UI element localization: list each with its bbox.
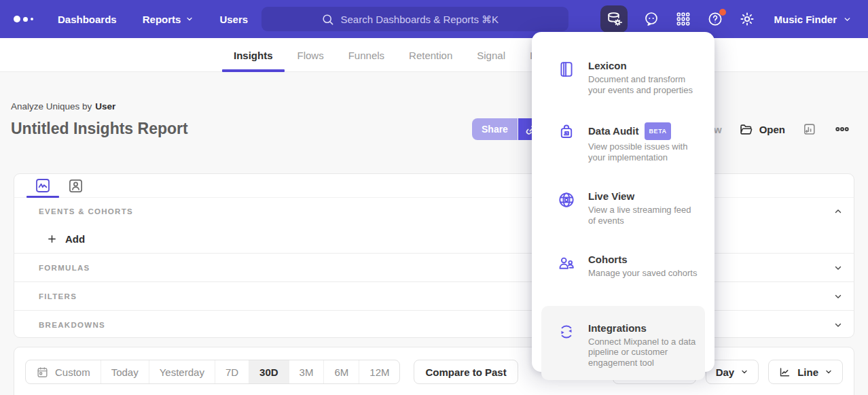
logo-dot — [31, 18, 33, 20]
menu-item-title: Integrations — [588, 322, 698, 335]
menu-item-text: Live View View a live streaming feed of … — [588, 190, 700, 226]
chevron-down-icon[interactable] — [833, 320, 843, 330]
section-header-events[interactable]: EVENTS & COHORTS — [14, 198, 854, 225]
range-3m[interactable]: 3M — [289, 360, 324, 383]
ellipsis-icon — [834, 121, 850, 137]
analyze-prefix: Analyze Uniques by — [11, 101, 92, 111]
add-event-button[interactable]: Add — [14, 225, 854, 253]
date-range-group: Custom Today Yesterday 7D 30D 3M 6M 12M — [25, 360, 400, 384]
tab-users-mode[interactable] — [59, 174, 92, 197]
query-builder-card: EVENTS & COHORTS Add FORMULAS FILTERS — [14, 173, 854, 338]
open-report-button[interactable]: Open — [739, 122, 785, 137]
nav-item-dashboards[interactable]: Dashboards — [58, 14, 117, 25]
chevron-down-icon[interactable] — [833, 292, 843, 301]
report-toolbar: New Open — [701, 118, 850, 140]
nav-item-label: Reports — [143, 14, 181, 25]
menu-item-text: Data AuditBETA View possible issues with… — [588, 122, 700, 162]
logo-dot — [23, 17, 28, 22]
section-label: FORMULAS — [39, 264, 90, 272]
tab-events-mode[interactable] — [26, 174, 59, 197]
range-label: Today — [111, 366, 139, 378]
section-header-breakdowns[interactable]: BREAKDOWNS — [14, 311, 854, 339]
tab-retention[interactable]: Retention — [409, 38, 452, 72]
section-label: BREAKDOWNS — [39, 321, 105, 329]
range-yesterday[interactable]: Yesterday — [149, 360, 215, 383]
apps-grid-button[interactable] — [675, 11, 691, 27]
chevron-down-icon — [740, 368, 748, 376]
tab-funnels[interactable]: Funnels — [348, 38, 384, 72]
line-chart-icon — [778, 366, 791, 379]
project-switcher[interactable]: Music Finder — [774, 14, 852, 25]
nav-item-users[interactable]: Users — [219, 14, 248, 25]
report-type-tabbar: Insights Flows Funnels Retention Signal … — [0, 38, 868, 72]
chart-type-dropdown[interactable]: Line — [768, 360, 843, 384]
notification-dot — [719, 9, 726, 16]
menu-item-text: Integrations Connect Mixpanel to a data … — [588, 322, 698, 368]
share-button[interactable]: Share — [472, 118, 518, 140]
section-filters: FILTERS — [14, 281, 854, 310]
more-options-button[interactable] — [834, 121, 850, 137]
calendar-icon — [36, 366, 49, 379]
integrations-sync-icon — [557, 322, 576, 341]
chart-type-label: Line — [797, 366, 818, 378]
chart-controls-card: Custom Today Yesterday 7D 30D 3M 6M 12M … — [14, 347, 854, 395]
range-label: Yesterday — [160, 366, 204, 378]
menu-item-title: Live View — [588, 190, 700, 203]
data-management-menu: Lexicon Document and transform your even… — [532, 32, 715, 372]
menu-item-lexicon[interactable]: Lexicon Document and transform your even… — [557, 59, 700, 95]
add-to-board-button[interactable] — [802, 122, 817, 137]
folder-icon — [739, 122, 753, 137]
range-7d[interactable]: 7D — [215, 360, 249, 383]
range-6m[interactable]: 6M — [323, 360, 359, 383]
data-management-button[interactable] — [600, 5, 628, 33]
range-label: 6M — [334, 366, 348, 378]
menu-item-live-view[interactable]: Live View View a live streaming feed of … — [557, 190, 700, 226]
settings-button[interactable] — [739, 11, 755, 27]
chevron-down-icon[interactable] — [833, 263, 843, 273]
search-icon — [321, 13, 334, 26]
analyze-entity-selector[interactable]: User — [95, 101, 115, 111]
global-search[interactable] — [261, 7, 568, 31]
plus-icon — [47, 234, 57, 244]
range-today[interactable]: Today — [101, 360, 149, 383]
compare-to-past-button[interactable]: Compare to Past — [414, 360, 518, 384]
section-label: FILTERS — [39, 292, 77, 300]
range-label: Custom — [55, 366, 90, 378]
board-plus-icon — [802, 122, 817, 137]
builder-mode-tabs — [14, 174, 854, 198]
chevron-down-icon — [825, 368, 833, 376]
range-label: 3M — [300, 366, 314, 378]
person-tab-icon — [68, 178, 84, 194]
feedback-icon — [643, 11, 659, 27]
menu-item-integrations[interactable]: Integrations Connect Mixpanel to a data … — [541, 306, 705, 381]
range-label: 12M — [369, 366, 389, 378]
page-title[interactable]: Untitled Insights Report — [11, 120, 188, 138]
mixpanel-logo[interactable] — [14, 16, 33, 22]
chevron-down-icon — [843, 15, 852, 24]
menu-item-cohorts[interactable]: Cohorts Manage your saved cohorts — [557, 253, 700, 279]
nav-item-label: Dashboards — [58, 14, 117, 25]
apps-grid-icon — [675, 11, 691, 27]
range-custom[interactable]: Custom — [26, 360, 101, 383]
nav-item-reports[interactable]: Reports — [143, 14, 194, 25]
range-30d[interactable]: 30D — [249, 360, 289, 383]
section-header-formulas[interactable]: FORMULAS — [14, 254, 854, 281]
range-12m[interactable]: 12M — [359, 360, 399, 383]
report-type-tabs: Insights Flows Funnels Retention Signal … — [234, 38, 560, 72]
search-input[interactable] — [341, 14, 509, 25]
menu-item-description: Manage your saved cohorts — [588, 268, 697, 279]
section-header-filters[interactable]: FILTERS — [14, 282, 854, 310]
beta-badge: BETA — [645, 122, 670, 140]
chevron-up-icon[interactable] — [833, 207, 843, 216]
menu-item-title: Data AuditBETA — [588, 122, 700, 140]
interval-label: Day — [716, 366, 735, 378]
data-management-icon — [606, 11, 623, 28]
tab-insights[interactable]: Insights — [234, 38, 273, 72]
tab-signal[interactable]: Signal — [477, 38, 505, 72]
feedback-button[interactable] — [643, 11, 659, 27]
menu-item-data-audit[interactable]: Data AuditBETA View possible issues with… — [557, 122, 700, 162]
help-button[interactable] — [707, 11, 723, 27]
globe-icon — [557, 190, 576, 209]
menu-item-title: Cohorts — [588, 253, 697, 267]
tab-flows[interactable]: Flows — [297, 38, 324, 72]
